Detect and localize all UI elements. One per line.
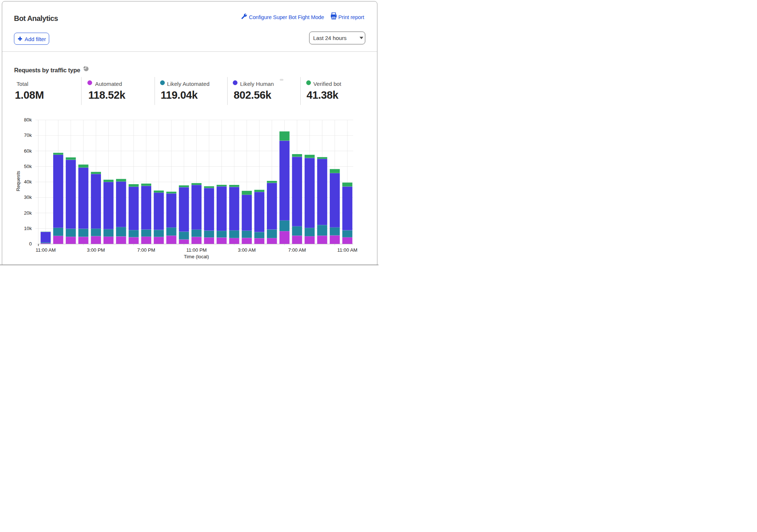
svg-text:11:00 AM: 11:00 AM xyxy=(337,247,358,253)
svg-text:3:00 AM: 3:00 AM xyxy=(238,247,256,253)
svg-text:Time (local): Time (local) xyxy=(184,254,209,259)
svg-text:11:00 PM: 11:00 PM xyxy=(186,247,206,253)
svg-text:Requests: Requests xyxy=(16,171,21,191)
svg-text:60k: 60k xyxy=(24,148,32,154)
svg-text:7:00 PM: 7:00 PM xyxy=(137,247,155,253)
svg-text:80k: 80k xyxy=(24,117,32,123)
svg-text:3:00 PM: 3:00 PM xyxy=(87,247,105,253)
svg-text:40k: 40k xyxy=(24,179,32,185)
svg-text:11:00 AM: 11:00 AM xyxy=(36,247,56,253)
svg-text:30k: 30k xyxy=(24,194,32,200)
svg-text:20k: 20k xyxy=(24,210,32,216)
svg-text:70k: 70k xyxy=(24,132,32,138)
svg-text:10k: 10k xyxy=(24,226,32,231)
svg-text:50k: 50k xyxy=(24,164,32,169)
svg-text:0: 0 xyxy=(29,241,32,247)
svg-text:7:00 AM: 7:00 AM xyxy=(288,247,306,253)
